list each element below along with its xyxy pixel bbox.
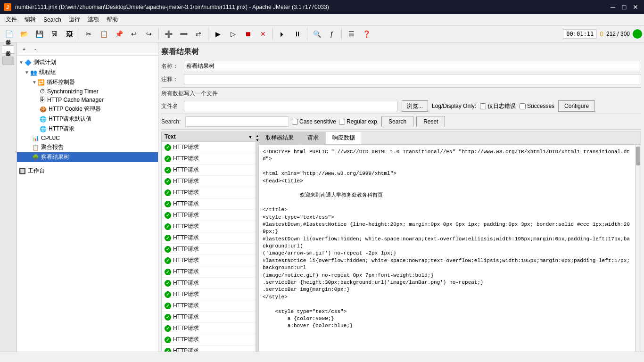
search-input[interactable]	[185, 116, 289, 127]
export-button[interactable]: 🖼	[62, 27, 76, 41]
tab-request[interactable]: 请求	[301, 132, 326, 144]
tree-item-cache[interactable]: 🗄 HTTP Cache Manager	[17, 96, 158, 104]
menu-search[interactable]: Search	[40, 16, 65, 24]
close-button[interactable]: ✕	[631, 2, 640, 12]
list-item[interactable]: ✓HTTP请求	[162, 312, 256, 323]
list-dropdown[interactable]: ▼	[248, 134, 253, 140]
filename-input[interactable]	[184, 101, 398, 111]
save-as-button[interactable]: 🖫	[47, 27, 61, 41]
log-options: Log/Display Only: 仅日志错误 Successes Config…	[432, 100, 641, 112]
add-button[interactable]: ➕	[161, 27, 175, 41]
redo-button[interactable]: ↪	[142, 27, 156, 41]
menu-run[interactable]: 运行	[65, 15, 84, 25]
status-dot: ✓	[165, 246, 171, 253]
status-bar	[0, 352, 644, 362]
list-item-label: HTTP请求	[173, 336, 199, 344]
start-button[interactable]: ▶	[211, 27, 225, 41]
stop-button[interactable]: ⏹	[241, 27, 255, 41]
list-item[interactable]: ✓HTTP请求	[162, 255, 256, 266]
menu-help[interactable]: 帮助	[103, 15, 122, 25]
tree-item-cookie[interactable]: 🍪 HTTP Cookie 管理器	[17, 104, 158, 114]
case-sensitive-label[interactable]: Case sensitive	[292, 118, 336, 125]
comment-input[interactable]	[184, 74, 641, 84]
list-item[interactable]: ✓HTTP请求	[162, 323, 256, 334]
tree-collapse-btn[interactable]: -	[30, 44, 41, 54]
tree-item-request[interactable]: 🌐 HTTP请求	[17, 124, 158, 134]
paste-button[interactable]: 📌	[112, 27, 126, 41]
regular-exp-checkbox[interactable]	[339, 119, 345, 125]
regular-exp-label[interactable]: Regular exp.	[339, 118, 379, 125]
case-sensitive-checkbox[interactable]	[292, 119, 298, 125]
search-bar: Search: Case sensitive Regular exp. Sear…	[161, 114, 641, 130]
tab-sampler-results[interactable]: 取样器结果	[259, 132, 301, 144]
tree-item-workspace[interactable]: 🔲 工作台	[17, 166, 158, 176]
main-container: 博客 博客 + - ▼ 🔷 测试计划 ▼ 👥 线程组 ▼ 🔁	[0, 42, 644, 352]
list-item[interactable]: ✓HTTP请求	[162, 142, 256, 153]
menu-file[interactable]: 文件	[2, 15, 21, 25]
tree-item-testplan[interactable]: ▼ 🔷 测试计划	[17, 58, 158, 67]
tab-response-data[interactable]: 响应数据	[326, 132, 362, 144]
list-item[interactable]: ✓HTTP请求	[162, 210, 256, 221]
list-item[interactable]: ✓HTTP请求	[162, 165, 256, 176]
list-item[interactable]: ✓HTTP请求	[162, 334, 256, 346]
scrollbar-thumb[interactable]	[636, 147, 640, 165]
tree-item-loop[interactable]: ▼ 🔁 循环控制器	[17, 77, 158, 87]
list-item[interactable]: ✓HTTP请求	[162, 187, 256, 198]
log-display-label: Log/Display Only:	[432, 103, 476, 109]
remove-button[interactable]: ➖	[176, 27, 190, 41]
successes-label[interactable]: Successes	[520, 103, 554, 109]
cut-button[interactable]: ✂	[82, 27, 96, 41]
left-tab-1[interactable]: 博客	[2, 45, 14, 54]
list-item[interactable]: ✓HTTP请求	[162, 198, 256, 210]
list-item-label: HTTP请求	[173, 245, 199, 253]
configure-button[interactable]: Configure	[558, 100, 595, 112]
tree-item-timer[interactable]: ⏱ Synchronizing Timer	[17, 87, 158, 96]
function-btn[interactable]: ƒ	[325, 27, 339, 41]
list-btn[interactable]: ☰	[344, 27, 358, 41]
list-item[interactable]: ✓HTTP请求	[162, 221, 256, 232]
copy-button[interactable]: 📋	[97, 27, 111, 41]
list-item[interactable]: ✓HTTP请求	[162, 244, 256, 255]
start-no-pause-button[interactable]: ▷	[226, 27, 240, 41]
reset-button[interactable]: Reset	[416, 116, 445, 127]
remote-stop-button[interactable]: ⏸	[290, 27, 305, 41]
new-button[interactable]: 📄	[2, 27, 16, 41]
maximize-button[interactable]: □	[619, 2, 629, 12]
status-dot: ✓	[165, 337, 171, 343]
list-item[interactable]: ✓HTTP请求	[162, 153, 256, 165]
minimize-button[interactable]: ─	[608, 2, 618, 12]
list-item[interactable]: ✓HTTP请求	[162, 232, 256, 244]
error-log-checkbox[interactable]	[480, 103, 486, 109]
left-tab-2[interactable]: 博客	[2, 57, 14, 65]
tree-item-request-default[interactable]: 🌐 HTTP请求默认值	[17, 114, 158, 124]
list-item[interactable]: ✓HTTP请求	[162, 176, 256, 187]
content-scrollbar[interactable]	[635, 145, 641, 352]
toggle-button[interactable]: ⇄	[191, 27, 206, 41]
search-btn[interactable]: 🔍	[310, 27, 324, 41]
list-item[interactable]: ✓HTTP请求	[162, 266, 256, 278]
save-button[interactable]: 💾	[32, 27, 46, 41]
tree-item-cpu[interactable]: 📊 CPUJC	[17, 134, 158, 142]
list-item[interactable]: ✓HTTP请求	[162, 346, 256, 352]
tree-expand-btn[interactable]: +	[19, 44, 29, 54]
menu-options[interactable]: 选项	[84, 15, 103, 25]
browse-button[interactable]: 浏览...	[402, 100, 428, 112]
tree-item-resulttree[interactable]: 🌳 察看结果树	[17, 152, 158, 162]
error-log-label[interactable]: 仅日志错误	[480, 102, 516, 110]
help-btn[interactable]: ❓	[359, 27, 373, 41]
name-input[interactable]	[184, 61, 641, 71]
window-controls[interactable]: ─ □ ✕	[608, 2, 640, 12]
shutdown-button[interactable]: ✕	[256, 27, 270, 41]
menu-edit[interactable]: 编辑	[21, 15, 40, 25]
successes-checkbox[interactable]	[520, 103, 526, 109]
undo-button[interactable]: ↩	[127, 27, 141, 41]
remote-start-button[interactable]: ⏵	[275, 27, 289, 41]
tree-item-threadgroup[interactable]: ▼ 👥 线程组	[17, 67, 158, 77]
search-button[interactable]: Search	[381, 116, 413, 127]
open-button[interactable]: 📂	[17, 27, 31, 41]
tree-item-aggregate[interactable]: 📋 聚合报告	[17, 142, 158, 152]
list-item[interactable]: ✓HTTP请求	[162, 278, 256, 289]
separator-4	[272, 28, 273, 40]
list-item[interactable]: ✓HTTP请求	[162, 300, 256, 312]
list-item[interactable]: ✓HTTP请求	[162, 289, 256, 300]
